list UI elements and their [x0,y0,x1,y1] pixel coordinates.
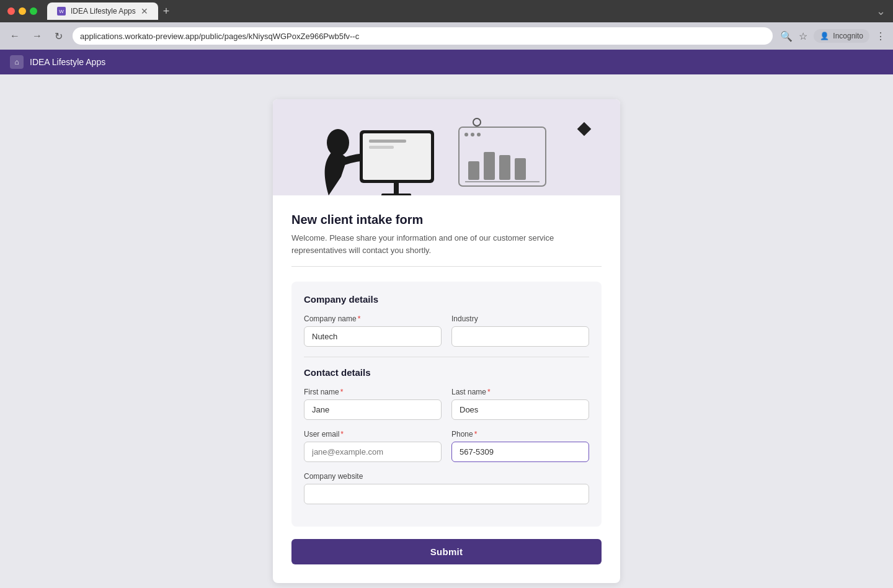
main-content: New client intake form Welcome. Please s… [0,74,893,588]
email-group: User email* [304,430,442,462]
incognito-label: Incognito [833,32,863,40]
name-row: First name* Last name* [304,388,589,420]
maximize-window-button[interactable] [30,7,37,15]
industry-group: Industry [451,314,589,347]
traffic-lights [7,7,37,15]
browser-frame: W IDEA Lifestyle Apps ✕ + ⌄ ← → ↻ applic… [0,0,893,588]
app-header: ⌂ IDEA Lifestyle Apps [0,50,893,74]
first-name-group: First name* [304,388,442,420]
industry-label: Industry [451,314,589,323]
active-tab[interactable]: W IDEA Lifestyle Apps ✕ [47,2,158,20]
company-name-label: Company name* [304,314,442,323]
app-header-title: IDEA Lifestyle Apps [30,57,105,67]
svg-point-10 [477,133,481,136]
required-star: * [358,314,361,323]
first-name-input[interactable] [304,399,442,420]
website-group: Company website [304,472,589,504]
email-input[interactable] [304,442,442,462]
email-label: User email* [304,430,442,439]
svg-rect-11 [468,161,479,180]
form-card: New client intake form Welcome. Please s… [273,99,620,583]
website-row: Company website [304,472,589,504]
close-window-button[interactable] [7,7,15,15]
zoom-icon[interactable]: 🔍 [780,30,793,42]
svg-rect-5 [369,140,406,143]
tab-close-button[interactable]: ✕ [141,6,148,16]
company-section-title: Company details [304,294,589,305]
url-input[interactable]: applications.workato-preview.app/public/… [73,27,773,45]
tab-favicon: W [57,7,66,16]
svg-rect-13 [499,155,510,180]
url-text: applications.workato-preview.app/public/… [80,32,359,41]
incognito-icon: 👤 [820,32,829,40]
address-bar: ← → ↻ applications.workato-preview.app/p… [0,22,893,50]
svg-point-9 [471,133,474,136]
svg-rect-12 [484,152,495,180]
address-actions: 🔍 ☆ 👤 Incognito ⋮ [780,29,886,43]
section-divider [304,357,589,357]
industry-input[interactable] [451,326,589,347]
phone-group: Phone* [451,430,589,462]
email-phone-row: User email* Phone* [304,430,589,462]
browser-options-icon[interactable]: ⋮ [876,30,886,42]
svg-point-0 [327,129,349,156]
hero-illustration [279,109,564,195]
title-bar: W IDEA Lifestyle Apps ✕ + ⌄ [0,0,893,22]
hero-image [273,99,620,195]
last-name-input[interactable] [451,399,589,420]
tab-title: IDEA Lifestyle Apps [71,7,136,16]
company-details-section: Company details Company name* Industry [291,282,602,527]
form-content: New client intake form Welcome. Please s… [273,195,620,267]
back-button[interactable]: ← [7,28,22,44]
company-name-input[interactable] [304,326,442,347]
submit-area: Submit [291,539,602,564]
incognito-badge: 👤 Incognito [814,29,869,43]
svg-rect-2 [381,194,411,195]
svg-rect-6 [369,146,394,149]
form-description: Welcome. Please share your information a… [291,232,602,256]
form-title: New client intake form [291,213,602,227]
company-name-group: Company name* [304,314,442,347]
website-input[interactable] [304,484,589,504]
forward-button[interactable]: → [30,28,45,44]
svg-rect-14 [515,158,526,180]
app-home-icon[interactable]: ⌂ [10,55,24,69]
browser-menu-button[interactable]: ⌄ [876,4,886,18]
minimize-window-button[interactable] [19,7,26,15]
company-row: Company name* Industry [304,314,589,347]
website-label: Company website [304,472,589,481]
new-tab-button[interactable]: + [158,2,175,20]
bookmark-icon[interactable]: ☆ [799,30,807,42]
diamond-decoration [577,122,592,136]
phone-label: Phone* [451,430,589,439]
refresh-button[interactable]: ↻ [52,28,65,45]
first-name-label: First name* [304,388,442,396]
submit-button[interactable]: Submit [291,539,602,564]
tab-bar: W IDEA Lifestyle Apps ✕ + [42,2,871,20]
last-name-group: Last name* [451,388,589,420]
contact-section-title: Contact details [304,367,589,378]
last-name-label: Last name* [451,388,589,396]
svg-point-8 [464,133,468,136]
form-divider [291,266,602,267]
phone-input[interactable] [451,442,589,462]
